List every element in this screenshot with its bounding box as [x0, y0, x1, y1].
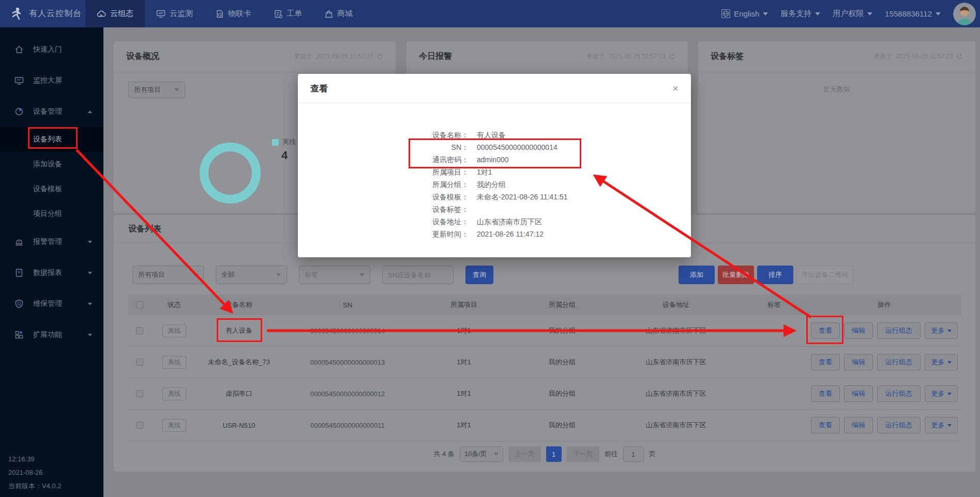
view-button[interactable]: 查看: [811, 322, 840, 339]
sort-button[interactable]: 排序: [757, 266, 793, 284]
edit-button[interactable]: 编辑: [844, 354, 873, 370]
field-label: 所属分组：: [298, 178, 469, 191]
refresh-icon[interactable]: [376, 53, 383, 60]
tab-mall[interactable]: 商城: [313, 0, 364, 27]
monitor-icon: [156, 10, 165, 18]
row-checkbox[interactable]: [136, 422, 143, 429]
refresh-icon[interactable]: [956, 53, 963, 60]
chevron-down-icon: [947, 393, 952, 395]
more-button[interactable]: 更多: [925, 417, 958, 433]
view-button[interactable]: 查看: [811, 354, 840, 370]
filter-status-select[interactable]: 全部: [216, 266, 287, 284]
run-scada-button[interactable]: 运行组态: [877, 322, 921, 339]
goto-suffix: 页: [649, 449, 656, 459]
sidebar-item-label: 数据报表: [33, 268, 62, 277]
sidebar-item-maintenance[interactable]: 维保管理: [0, 288, 103, 319]
row-actions: 查看 编辑 运行组态 更多: [808, 354, 961, 370]
filter-tag-select[interactable]: 标签: [299, 266, 370, 284]
support-label: 服务支持: [780, 9, 811, 19]
updated-text: 更新于: 2021-08-26 11:57:13: [586, 52, 666, 61]
filter-project-select[interactable]: 所有项目: [132, 266, 204, 284]
column-header-address: 设备地址: [611, 300, 741, 309]
table-body: 离线 有人设备 00005450000000000014 1对1 我的分组 山东…: [128, 315, 961, 441]
modal-field-row: 所属项目： 1对1: [298, 166, 691, 178]
account-menu[interactable]: 15588836112: [885, 9, 941, 18]
modal-header: 查看 ×: [298, 74, 691, 103]
prev-page-button[interactable]: 上一页: [508, 446, 541, 462]
modal-field-row: 更新时间： 2021-08-26 11:47:12: [298, 228, 691, 240]
search-button[interactable]: 查询: [465, 266, 493, 284]
table-row: 离线 虚拟串口 00005450000000000012 1对1 我的分组 山东…: [128, 378, 961, 410]
field-label: 设备名称：: [298, 129, 469, 141]
tab-cloud-monitor[interactable]: 云监测: [145, 0, 204, 27]
card-header: 设备标签 更新于: 2021-08-26 11:57:13: [698, 41, 975, 72]
card-title: 设备概况: [126, 51, 159, 62]
device-sn-cell: 00005450000000000012: [280, 390, 415, 398]
updated-text: 更新于: 2021-08-26 11:57:13: [294, 52, 373, 61]
table-row: 离线 未命名_设备名称_73 00005450000000000013 1对1 …: [128, 347, 961, 378]
sidebar-item-device-template[interactable]: 设备模板: [0, 177, 103, 201]
version-label: 当前版本：V4.0.2: [8, 479, 62, 493]
current-date: 2021-08-26: [8, 466, 62, 479]
card-title: 今日报警: [419, 51, 452, 62]
sidebar-item-monitor-screen[interactable]: 监控大屏: [0, 65, 103, 96]
view-button[interactable]: 查看: [811, 417, 840, 433]
edit-button[interactable]: 编辑: [844, 417, 873, 433]
row-checkbox[interactable]: [136, 390, 143, 397]
select-all-checkbox[interactable]: [136, 301, 143, 308]
edit-button[interactable]: 编辑: [844, 385, 873, 402]
sidebar-item-project-group[interactable]: 项目分组: [0, 201, 103, 226]
current-page-button[interactable]: 1: [546, 446, 562, 462]
more-button[interactable]: 更多: [925, 385, 958, 402]
legend-count: 4: [281, 149, 288, 162]
sidebar-subitem-label: 设备模板: [33, 184, 62, 194]
project-filter-select[interactable]: 所有项目: [128, 82, 185, 98]
chevron-down-icon: [867, 12, 872, 15]
row-actions: 查看 编辑 运行组态 更多: [808, 417, 961, 433]
sidebar-item-extensions[interactable]: 扩展功能: [0, 319, 103, 350]
goto-page-input[interactable]: [623, 446, 644, 462]
run-scada-button[interactable]: 运行组态: [877, 385, 921, 402]
edit-button[interactable]: 编辑: [844, 322, 873, 339]
chevron-down-icon: [763, 12, 768, 15]
view-button[interactable]: 查看: [811, 385, 840, 402]
tab-work-order[interactable]: 工单: [263, 0, 313, 27]
more-label: 更多: [931, 421, 945, 430]
more-button[interactable]: 更多: [925, 354, 958, 370]
device-group-cell: 我的分组: [513, 358, 611, 367]
batch-delete-button[interactable]: 批量删除: [718, 266, 754, 284]
card-header: 今日报警 更新于: 2021-08-26 11:57:13: [406, 41, 688, 72]
more-button[interactable]: 更多: [925, 322, 958, 339]
column-header-status: 状态: [151, 300, 198, 309]
sidebar-item-label: 快速入门: [33, 45, 62, 54]
row-checkbox[interactable]: [136, 359, 143, 366]
avatar[interactable]: [953, 3, 976, 25]
sidebar-item-data-report[interactable]: 数据报表: [0, 257, 103, 288]
refresh-icon[interactable]: [669, 53, 675, 60]
pagination: 共 4 条 10条/页 上一页 1 下一页 前往 页: [114, 446, 975, 462]
sidebar-item-alarm-management[interactable]: 报警管理: [0, 226, 103, 257]
next-page-button[interactable]: 下一页: [567, 446, 599, 462]
work-order-icon: [274, 10, 282, 18]
support-menu[interactable]: 服务支持: [780, 9, 820, 19]
export-qr-button[interactable]: 导出设备二维码: [796, 266, 853, 284]
sidebar-item-device-management[interactable]: 设备管理: [0, 96, 103, 127]
language-menu[interactable]: English: [721, 9, 768, 18]
updated-text: 更新于: 2021-08-26 11:57:13: [874, 52, 953, 61]
card-updated: 更新于: 2021-08-26 11:57:13: [294, 52, 383, 61]
run-scada-button[interactable]: 运行组态: [877, 354, 921, 370]
row-checkbox[interactable]: [136, 327, 143, 334]
sidebar-item-add-device[interactable]: 添加设备: [0, 152, 103, 177]
permission-menu[interactable]: 用户权限: [833, 9, 872, 19]
tab-iot-sim[interactable]: 物联卡: [204, 0, 263, 27]
sidebar-item-device-list[interactable]: 设备列表: [0, 127, 103, 152]
run-scada-button[interactable]: 运行组态: [877, 417, 921, 433]
page-size-select[interactable]: 10条/页: [460, 446, 503, 462]
column-header-name: 设备名称: [198, 300, 280, 309]
tab-cloud-scada[interactable]: 云组态: [85, 0, 145, 27]
close-icon[interactable]: ×: [672, 83, 679, 94]
add-device-button[interactable]: 添加: [679, 266, 715, 284]
search-input[interactable]: [382, 266, 454, 284]
sidebar-item-quick-start[interactable]: 快速入门: [0, 34, 103, 65]
field-label: 设备标签：: [298, 203, 469, 215]
